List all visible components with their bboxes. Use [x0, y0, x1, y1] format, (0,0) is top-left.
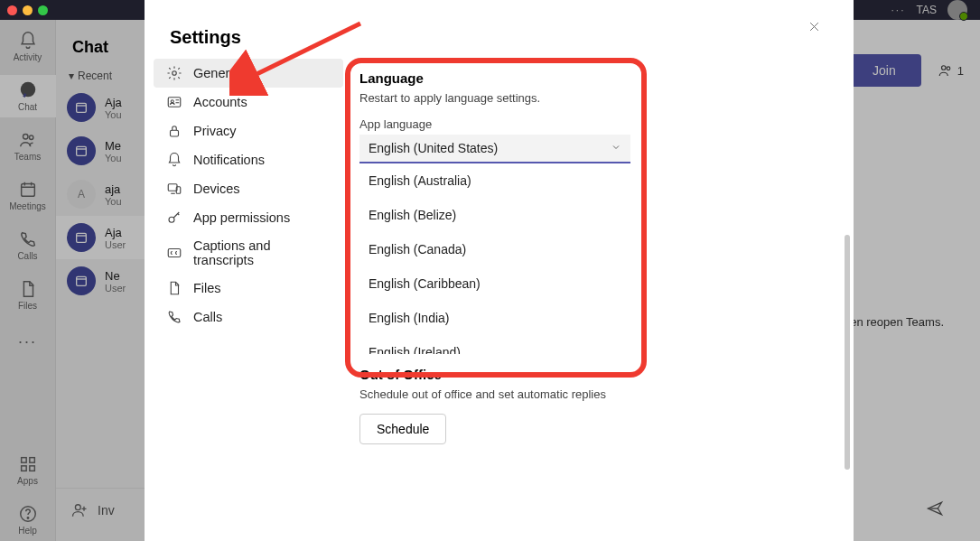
ooo-section-subtitle: Schedule out of office and set automatic… — [359, 387, 835, 401]
app-language-selected-value: English (United States) — [369, 141, 498, 155]
key-icon — [166, 210, 182, 226]
settings-title: Settings — [154, 13, 343, 59]
app-language-label: App language — [359, 117, 835, 131]
bell-icon — [166, 152, 182, 168]
chevron-down-icon — [611, 141, 621, 155]
svg-point-23 — [169, 217, 174, 222]
settings-content: Language Restart to apply language setti… — [343, 13, 845, 541]
svg-rect-18 — [168, 98, 181, 107]
gear-icon — [166, 65, 182, 81]
language-option[interactable]: English (Canada) — [359, 232, 630, 266]
schedule-button[interactable]: Schedule — [359, 414, 446, 444]
svg-rect-24 — [168, 249, 181, 257]
lock-icon — [166, 123, 182, 139]
svg-rect-21 — [168, 184, 177, 191]
language-option[interactable]: English (Caribbean) — [359, 266, 630, 301]
settings-nav-app-permissions[interactable]: App permissions — [154, 203, 343, 232]
ooo-section-title: Out of Office — [359, 367, 835, 382]
devices-icon — [166, 181, 182, 197]
phone-icon — [166, 309, 182, 325]
app-language-select[interactable]: English (United States) — [359, 135, 630, 163]
captions-icon — [166, 245, 182, 261]
settings-nav-notifications[interactable]: Notifications — [154, 145, 343, 174]
settings-nav-devices[interactable]: Devices — [154, 174, 343, 203]
settings-nav: Settings General Accounts Privacy Notifi… — [154, 13, 343, 541]
settings-nav-files[interactable]: Files — [154, 274, 343, 303]
svg-point-17 — [173, 71, 177, 76]
maximize-window-icon[interactable] — [38, 5, 48, 15]
close-window-icon[interactable] — [7, 5, 17, 15]
scrollbar[interactable] — [845, 235, 850, 470]
file-icon — [166, 280, 182, 296]
language-option[interactable]: English (Australia) — [359, 163, 630, 198]
settings-nav-calls[interactable]: Calls — [154, 303, 343, 331]
window-controls[interactable] — [7, 5, 48, 15]
language-option[interactable]: English (Ireland) — [359, 335, 630, 354]
settings-nav-general[interactable]: General — [154, 59, 343, 88]
language-option[interactable]: English (Belize) — [359, 198, 630, 232]
language-section-title: Language — [359, 70, 835, 86]
svg-rect-20 — [171, 130, 179, 136]
app-language-dropdown: English (Australia) English (Belize) Eng… — [359, 163, 630, 354]
language-option[interactable]: English (India) — [359, 301, 630, 335]
settings-modal: Settings General Accounts Privacy Notifi… — [145, 0, 854, 541]
minimize-window-icon[interactable] — [23, 5, 33, 15]
dim-overlay — [854, 0, 980, 541]
language-section-subtitle: Restart to apply language settings. — [359, 91, 835, 105]
dim-overlay — [0, 0, 145, 541]
settings-nav-accounts[interactable]: Accounts — [154, 88, 343, 117]
svg-point-19 — [171, 100, 173, 103]
settings-nav-privacy[interactable]: Privacy — [154, 117, 343, 145]
id-card-icon — [166, 94, 182, 110]
settings-nav-captions[interactable]: Captions and transcripts — [154, 232, 343, 274]
